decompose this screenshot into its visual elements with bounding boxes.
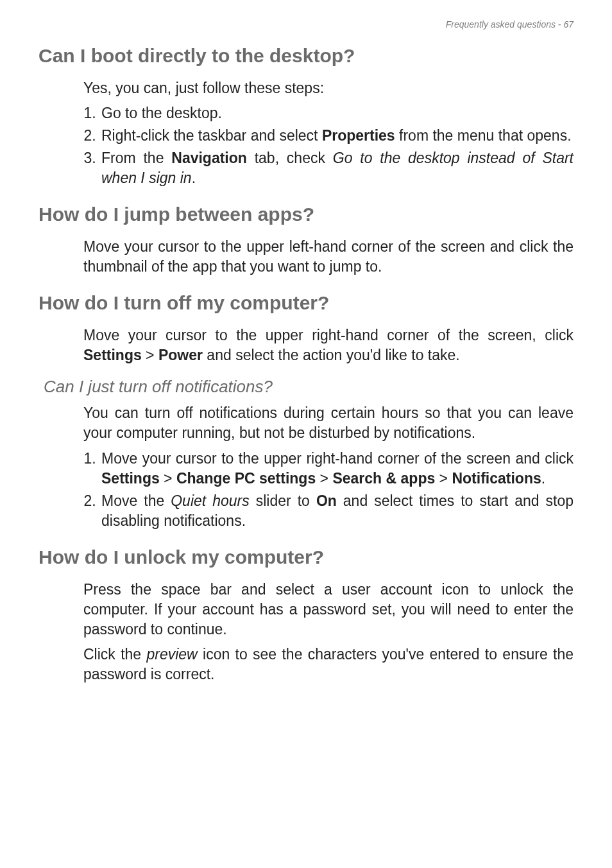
bold-text: Settings [101,470,160,487]
text: Right-click the taskbar and select [101,127,322,144]
text: > [435,470,452,487]
step-item: Right-click the taskbar and select Prope… [100,126,574,146]
text: and select the action you'd like to take… [203,347,460,363]
page: Frequently asked questions - 67 Can I bo… [0,0,612,868]
text: > [142,347,158,363]
text: Move your cursor to the upper right-hand… [101,450,574,467]
paragraph: You can turn off notifications during ce… [83,403,574,443]
steps-list: Go to the desktop. Right-click the taskb… [83,103,574,188]
text: Click the [83,646,146,663]
section-body: Yes, you can, just follow these steps: G… [83,78,574,188]
step-item: From the Navigation tab, check Go to the… [100,148,574,188]
paragraph: Press the space bar and select a user ac… [83,580,574,639]
text: tab, check [247,150,333,166]
paragraph: Move your cursor to the upper left-hand … [83,237,574,277]
bold-text: On [316,492,337,509]
paragraph: Click the preview icon to see the charac… [83,645,574,684]
bold-text: Change PC settings [176,470,316,487]
text: Move the [101,492,171,509]
heading-turn-off-computer: How do I turn off my computer? [38,292,574,314]
steps-list: Move your cursor to the upper right-hand… [83,449,574,531]
heading-unlock-computer: How do I unlock my computer? [38,546,574,568]
step-item: Go to the desktop. [100,103,574,123]
section-body: Press the space bar and select a user ac… [83,580,574,684]
italic-text: preview [146,646,197,663]
section-body: You can turn off notifications during ce… [83,403,574,530]
text: From the [101,150,171,166]
section-body: Move your cursor to the upper right-hand… [83,326,574,365]
section-body: Move your cursor to the upper left-hand … [83,237,574,277]
step-item: Move the Quiet hours slider to On and se… [100,491,574,531]
text: > [316,470,332,487]
intro-text: Yes, you can, just follow these steps: [83,78,574,98]
bold-text: Navigation [171,150,247,166]
heading-boot-desktop: Can I boot directly to the desktop? [38,45,574,67]
running-header: Frequently asked questions - 67 [38,19,574,30]
text: . [541,470,545,487]
text: Move your cursor to the upper right-hand… [83,327,574,343]
text: > [160,470,176,487]
bold-text: Power [158,347,203,363]
heading-jump-apps: How do I jump between apps? [38,204,574,225]
subheading-turn-off-notifications: Can I just turn off notifications? [44,377,574,397]
paragraph: Move your cursor to the upper right-hand… [83,326,574,365]
text: from the menu that opens. [395,127,572,144]
bold-text: Properties [322,127,395,144]
bold-text: Notifications [452,470,541,487]
text: slider to [250,492,316,509]
bold-text: Search & apps [332,470,435,487]
italic-text: Quiet hours [171,492,250,509]
step-item: Move your cursor to the upper right-hand… [100,449,574,489]
bold-text: Settings [83,347,142,363]
text: . [192,169,196,186]
